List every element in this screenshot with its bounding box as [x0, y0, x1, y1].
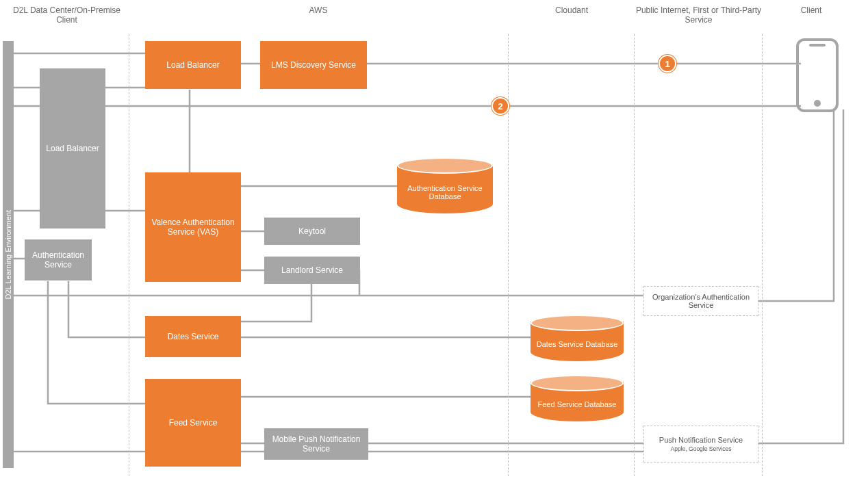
phone-icon [795, 38, 839, 113]
feed-service: Feed Service [145, 379, 241, 467]
auth-service-onprem: Authentication Service [25, 239, 92, 280]
svg-rect-20 [809, 44, 826, 47]
org-auth-service: Organization's Authentication Service [643, 286, 758, 316]
dates-database-label: Dates Service Database [537, 340, 618, 348]
push-notification-service: Push Notification Service Apple, Google … [643, 426, 758, 462]
load-balancer-onprem: Load Balancer [40, 68, 105, 229]
feed-database: Feed Service Database [531, 375, 624, 421]
load-balancer-aws: Load Balancer [145, 41, 241, 89]
mobile-push: Mobile Push Notification Service [264, 428, 368, 460]
dates-service: Dates Service [145, 316, 241, 357]
col-header-client: Client [763, 5, 859, 15]
auth-database: Authentication Service Database [397, 157, 493, 213]
d2l-env-label: D2L Learning Environment [4, 210, 12, 299]
push-sublabel: Apple, Google Services [671, 445, 732, 452]
lms-discovery: LMS Discovery Service [260, 41, 367, 89]
org-auth-label: Organization's Authentication Service [647, 293, 755, 309]
divider-4 [762, 34, 763, 476]
svg-point-21 [814, 100, 821, 107]
divider-2 [508, 34, 509, 476]
feed-database-label: Feed Service Database [538, 400, 617, 408]
push-label: Push Notification Service [659, 436, 743, 444]
marker-1: 1 [659, 55, 676, 73]
col-header-d2l: D2L Data Center/On-Premise Client [7, 5, 127, 25]
divider-1 [129, 34, 129, 476]
landlord: Landlord Service [264, 257, 360, 284]
vas: Valence Authentication Service (VAS) [145, 172, 241, 282]
keytool: Keytool [264, 218, 360, 245]
col-header-cloudant: Cloudant [510, 5, 633, 15]
auth-database-label: Authentication Service Database [397, 184, 493, 200]
connector-lines [0, 0, 868, 483]
d2l-env-bar: D2L Learning Environment [3, 41, 14, 468]
dates-database: Dates Service Database [531, 315, 624, 361]
col-header-aws: AWS [130, 5, 507, 15]
marker-2: 2 [492, 97, 509, 115]
divider-3 [634, 34, 635, 476]
col-header-public: Public Internet, First or Third-Party Se… [635, 5, 762, 25]
